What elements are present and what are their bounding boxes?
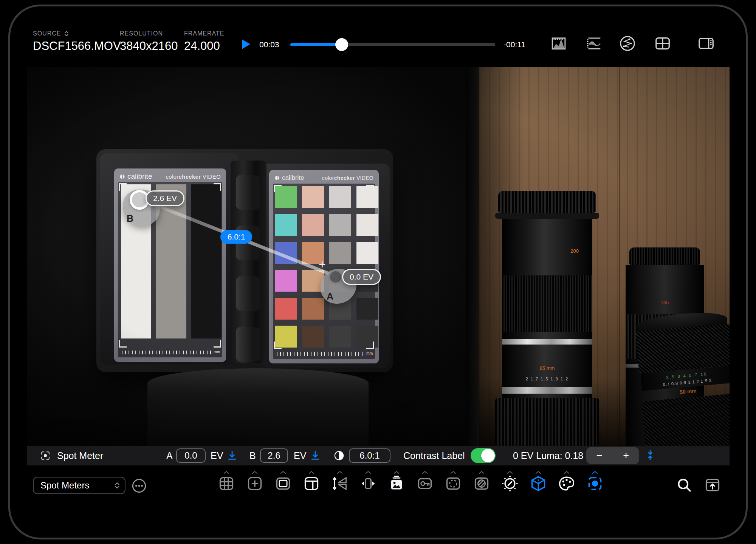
source-meta[interactable]: SOURCE DSCF1566.MOV bbox=[33, 30, 121, 53]
lens-label: 135 bbox=[626, 300, 704, 305]
search-icon bbox=[676, 477, 692, 493]
frame-guides-icon[interactable] bbox=[275, 471, 291, 492]
lens-label: 85 mm bbox=[502, 365, 592, 371]
lens-scale: 2 1.7 1.5 1.3 1.2 bbox=[502, 377, 592, 381]
marker-target[interactable] bbox=[328, 269, 343, 284]
grid-overlay-icon[interactable] bbox=[218, 471, 235, 492]
product-title: colorchecker VIDEO bbox=[322, 175, 373, 181]
anchor-a-icon[interactable] bbox=[226, 450, 238, 461]
lens-grip bbox=[495, 398, 599, 446]
export-icon bbox=[704, 477, 721, 493]
meter-b-field[interactable]: 2.6 bbox=[260, 448, 288, 463]
color-swatch bbox=[356, 214, 378, 236]
image-overlay-icon[interactable] bbox=[388, 471, 405, 492]
hinge-knuckle bbox=[236, 276, 260, 311]
contrast-icon bbox=[334, 450, 344, 461]
source-label: SOURCE bbox=[33, 30, 61, 37]
false-color-palette-icon[interactable] bbox=[558, 471, 575, 492]
histogram-icon[interactable] bbox=[550, 35, 567, 52]
sidebar-panel-icon[interactable] bbox=[697, 35, 715, 52]
stepper-minus-button[interactable]: − bbox=[586, 447, 613, 464]
brand-lockup: calibrite bbox=[119, 172, 152, 181]
lens-cap-ring bbox=[498, 191, 596, 213]
meter-b-label: B bbox=[249, 446, 256, 465]
lens-barrel: 200 85 mm 2 1.7 1.5 1.3 1.2 bbox=[502, 219, 592, 398]
collapse-vertical-icon[interactable] bbox=[644, 450, 656, 461]
meter-a-label: A bbox=[166, 446, 173, 465]
wood-seam bbox=[619, 67, 620, 465]
calibrite-logo-icon bbox=[274, 175, 280, 181]
contrast-label-toggle[interactable] bbox=[471, 448, 496, 463]
case-hinge bbox=[231, 161, 266, 363]
color-swatch bbox=[302, 186, 324, 208]
overlay-selector-label: Spot Meters bbox=[40, 480, 89, 491]
chroma-key-icon[interactable] bbox=[417, 471, 433, 492]
meter-a-unit: EV bbox=[211, 446, 223, 465]
spot-meter-a[interactable]: A 0.0 EV bbox=[321, 269, 383, 307]
play-button[interactable] bbox=[241, 39, 251, 50]
zebra-stripes-icon[interactable] bbox=[473, 471, 490, 492]
vectorscope-icon[interactable] bbox=[619, 35, 636, 52]
lut-cube-icon[interactable] bbox=[530, 471, 547, 492]
ruler-unit: mm bbox=[366, 351, 373, 355]
spot-meter-b[interactable]: B 2.6 EV bbox=[123, 190, 185, 227]
resolution-value: 3840x2160 bbox=[120, 39, 178, 53]
anchor-b-icon[interactable] bbox=[310, 450, 321, 461]
add-overlay-icon[interactable] bbox=[246, 471, 263, 492]
color-swatch bbox=[356, 242, 378, 264]
stepper-plus-button[interactable]: + bbox=[613, 447, 640, 464]
ev-stepper: − + bbox=[586, 447, 639, 464]
export-button[interactable] bbox=[704, 477, 721, 493]
color-swatch bbox=[329, 326, 351, 348]
hinge-knuckle bbox=[236, 327, 260, 362]
luma-readout: 0 EV Luma: 0.18 bbox=[513, 446, 583, 465]
overlay-selector-dropdown[interactable]: Spot Meters bbox=[33, 477, 125, 494]
color-swatch bbox=[275, 298, 297, 320]
waveform-icon[interactable] bbox=[585, 35, 603, 52]
lens-silver-band bbox=[502, 339, 592, 345]
cabinet-edge bbox=[466, 67, 479, 465]
spot-meter-icon[interactable] bbox=[587, 471, 603, 492]
overlay-toolbar bbox=[218, 471, 603, 492]
color-swatch bbox=[329, 242, 351, 264]
spot-meter-status-bar: Spot Meter A 0.0 EV B 2.6 EV 6.0:1 Contr… bbox=[27, 446, 730, 465]
color-swatch bbox=[275, 270, 297, 292]
timeline-scrubber[interactable] bbox=[290, 43, 495, 46]
lens-cap-ring bbox=[629, 247, 700, 265]
brand-name: calibrite bbox=[282, 174, 304, 182]
marker-ev-pill: 0.0 EV bbox=[342, 269, 381, 285]
marker-ev-pill: 2.6 EV bbox=[146, 190, 184, 206]
meter-a-field[interactable]: 0.0 bbox=[176, 448, 206, 463]
more-options-button[interactable] bbox=[132, 478, 147, 493]
lens-knurl-grip bbox=[635, 323, 730, 374]
horizontal-resize-icon[interactable] bbox=[360, 471, 376, 492]
marker-letter: A bbox=[327, 291, 333, 302]
time-remaining: -00:11 bbox=[503, 40, 525, 49]
selector-chevrons-icon bbox=[114, 481, 120, 490]
timeline-progress bbox=[290, 43, 342, 46]
lens-ring-text: 200 bbox=[502, 248, 592, 254]
contrast-ratio-pill[interactable]: 6.0:1 bbox=[220, 230, 252, 244]
brand-name: calibrite bbox=[127, 172, 152, 181]
framerate-label: FRAMERATE bbox=[184, 30, 224, 37]
time-elapsed: 00:03 bbox=[259, 40, 279, 49]
camera-lens-front: 2.5 3 4 5 7 10 0.7 0.8 0.9 1 1.2 1.5 2 5… bbox=[634, 310, 730, 465]
color-swatch bbox=[329, 186, 351, 208]
meter-b-unit: EV bbox=[294, 446, 306, 465]
lens-silver-band2 bbox=[502, 387, 592, 394]
multiview-icon[interactable] bbox=[654, 35, 671, 52]
timeline-thumb[interactable] bbox=[335, 38, 348, 51]
video-frame[interactable]: 200 85 mm 2 1.7 1.5 1.3 1.2 135 2.5 3 4 bbox=[27, 67, 730, 465]
hinge-knuckle bbox=[236, 175, 260, 210]
adjustment-dial-icon[interactable] bbox=[502, 471, 518, 492]
app-screen: SOURCE DSCF1566.MOV RESOLUTION 3840x2160… bbox=[0, 0, 756, 544]
ruler-unit: mm bbox=[214, 350, 220, 354]
flip-vertical-icon[interactable] bbox=[332, 471, 348, 492]
focus-mask-icon[interactable] bbox=[445, 471, 462, 492]
colorchecker-swatch-grid bbox=[275, 186, 378, 348]
search-button[interactable] bbox=[676, 477, 692, 493]
contrast-ratio-field[interactable]: 6.0:1 bbox=[349, 448, 390, 463]
spot-meter-tool-icon bbox=[40, 450, 51, 461]
calibrite-logo-icon bbox=[119, 174, 125, 179]
layout-panels-icon[interactable] bbox=[303, 471, 320, 492]
